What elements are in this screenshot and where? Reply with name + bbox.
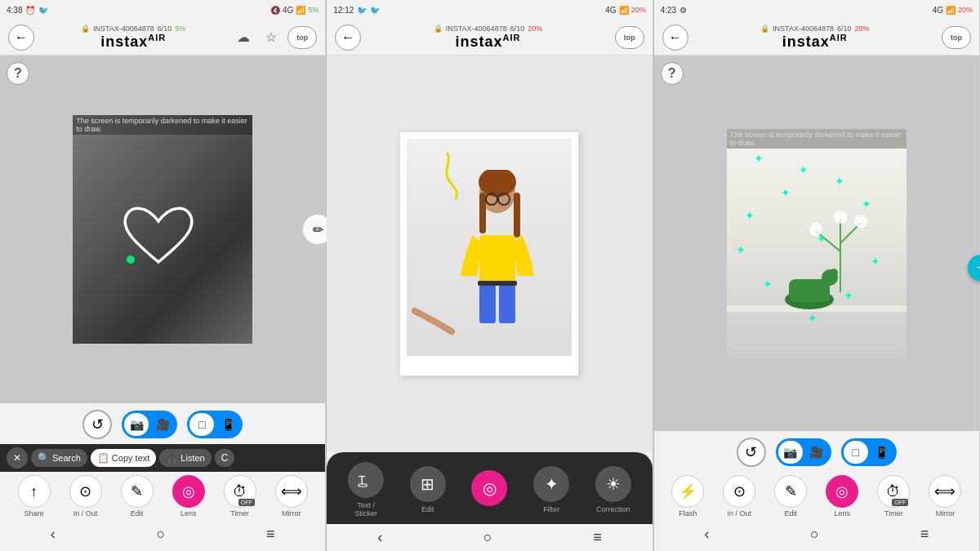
lock-icon-2: 🔒: [434, 24, 443, 33]
nav-right-1: ☁ ☆ top: [232, 26, 317, 49]
svg-rect-5: [479, 282, 496, 323]
timer-label-3: Timer: [884, 509, 903, 518]
photo-mode-btn[interactable]: 📷: [124, 413, 149, 436]
edit-tool-2[interactable]: ⊞ Edit: [410, 466, 446, 513]
filter-tool-2[interactable]: ✦ Filter: [533, 466, 569, 513]
listen-chip[interactable]: 🎧 Listen: [159, 449, 211, 467]
help-button-1[interactable]: ?: [7, 62, 29, 85]
top-button-3[interactable]: top: [942, 26, 971, 49]
nav-menu-btn-3[interactable]: ≡: [920, 526, 929, 543]
edit-tool-1[interactable]: ✎ Edit: [121, 475, 154, 518]
timer-tool-3[interactable]: ⏱ OFF Timer: [877, 475, 910, 518]
edit-label-2: Edit: [421, 505, 434, 513]
video-mode-btn[interactable]: 🎥: [150, 413, 175, 436]
panel-1: 4:38 ⏰ 🐦 🔇 4G 📶 5% ← 🔒 INSTAX-40064878 6…: [0, 0, 326, 551]
display-mode-btn2[interactable]: 📱: [216, 413, 240, 436]
nav-back-btn-3[interactable]: ‹: [704, 526, 709, 543]
photo-area-1: ? The screen is temporarily darkened to …: [0, 56, 325, 403]
nav-home-btn-2[interactable]: ○: [483, 529, 492, 546]
share-tool[interactable]: ↑ Share: [18, 475, 51, 518]
photo-count-3: 6/10: [837, 24, 852, 33]
bottom-curve-2: T Text /Sticker ⊞ Edit ◎ ✦ Filter: [327, 452, 652, 524]
nav-menu-btn-2[interactable]: ≡: [593, 529, 602, 546]
back-button-1[interactable]: ←: [8, 24, 34, 51]
signal-3: 4G: [933, 6, 943, 15]
photo-person-2: [407, 139, 572, 356]
lock-icon-1: 🔒: [81, 24, 90, 33]
display-mode-btn1[interactable]: □: [189, 413, 214, 436]
mirror-tool-3[interactable]: ⟺ Mirror: [929, 475, 961, 518]
battery-3: 20%: [958, 6, 973, 14]
help-button-3[interactable]: ?: [661, 62, 684, 85]
nav-right-2: top: [615, 26, 644, 49]
photo-area-3: ? The screen is temporarily darkened to …: [654, 56, 979, 431]
device-id-1: INSTAX-40064878: [93, 24, 154, 33]
battery-1: 5%: [308, 6, 318, 14]
nav-home-btn-3[interactable]: ○: [810, 526, 819, 543]
text-sticker-tool[interactable]: T Text /Sticker: [348, 462, 384, 518]
nav-back-btn-1[interactable]: ‹: [51, 526, 56, 543]
plant: [808, 202, 873, 300]
copy-chip-label: Copy text: [112, 453, 149, 463]
device-id-3: INSTAX-40064878: [773, 24, 834, 33]
wifi-icon-3: 📶: [946, 6, 956, 15]
flash-tool-3[interactable]: ⚡ Flash: [671, 475, 704, 518]
listen-chip-label: Listen: [180, 453, 204, 463]
panel-3: 4:23 ⚙ 4G 📶 20% ← 🔒 INSTAX-40064878 6/10…: [654, 0, 980, 551]
photo-count-2: 6/10: [510, 24, 525, 33]
camera-toggle-1: 📷 🎥: [122, 411, 177, 438]
nav-back-btn-2[interactable]: ‹: [377, 529, 382, 546]
display-mode-btn3a[interactable]: □: [844, 441, 868, 464]
mirror-tool-1[interactable]: ⟺ Mirror: [275, 475, 308, 518]
twitter-icon-3: 🐦: [370, 6, 380, 15]
nav-menu-btn-1[interactable]: ≡: [266, 526, 275, 543]
panel2-tools: T Text /Sticker ⊞ Edit ◎ ✦ Filter: [335, 462, 644, 518]
timer-tool-1[interactable]: ⏱ OFF Timer: [224, 475, 256, 518]
timer-label-1: Timer: [230, 509, 249, 518]
c-chip[interactable]: C: [215, 449, 235, 467]
copy-text-chip[interactable]: 📋 Copy text: [91, 449, 156, 467]
add-fab-3[interactable]: +: [968, 255, 980, 281]
display-toggle-1: □ 📱: [187, 411, 243, 438]
search-chip[interactable]: 🔍 Search: [31, 449, 87, 467]
top-button-1[interactable]: top: [287, 26, 317, 49]
device-id-2: INSTAX-40064878: [446, 24, 507, 33]
close-chips-btn[interactable]: ✕: [7, 447, 28, 469]
top-button-2[interactable]: top: [615, 26, 644, 49]
photo-mode-btn-3[interactable]: 📷: [778, 441, 803, 464]
sparkle-1: ✦: [754, 152, 764, 165]
lens-tool-1[interactable]: ◎ Lens: [172, 475, 205, 518]
time-3: 4:23: [661, 6, 676, 15]
sync-button-3[interactable]: ↺: [737, 438, 766, 467]
sync-button-1[interactable]: ↺: [82, 410, 112, 439]
instax-inner-2: [407, 139, 572, 356]
sparkle-8: ✦: [844, 289, 853, 302]
inout-tool-3[interactable]: ⊙ In / Out: [723, 475, 755, 518]
status-bar-2: 12:12 🐦 🐦 4G 📶 20%: [327, 0, 652, 20]
display-toggle-3: □ 📱: [841, 438, 897, 466]
back-button-3[interactable]: ←: [662, 24, 688, 51]
instax-frame-2: [399, 131, 579, 376]
photo-inner-1: The screen is temporarily darkened to ma…: [73, 115, 252, 344]
edit-tool-3[interactable]: ✎ Edit: [774, 475, 807, 518]
video-mode-btn-3[interactable]: 🎥: [804, 441, 829, 464]
back-arrow-1: ←: [15, 30, 28, 45]
photo-count-1: 6/10: [158, 24, 172, 33]
sparkle-3: ✦: [745, 209, 755, 222]
star-icon-1[interactable]: ☆: [260, 26, 283, 49]
nav-home-bar-1: ‹ ○ ≡: [0, 521, 325, 548]
search-chip-label: Search: [52, 453, 81, 463]
sparkle-11: ✦: [817, 232, 826, 245]
correction-tool-2[interactable]: ☀ Correction: [595, 466, 631, 513]
app-title-1: instaxAIR: [100, 33, 166, 51]
lens-tool-2[interactable]: ◎: [471, 470, 507, 509]
display-mode-btn3b[interactable]: 📱: [870, 441, 894, 464]
back-arrow-2: ←: [341, 30, 354, 45]
lens-tool-3[interactable]: ◎ Lens: [826, 475, 858, 518]
cloud-icon-1[interactable]: ☁: [232, 26, 255, 49]
photo-frame-3: The screen is temporarily darkened to ma…: [727, 129, 906, 358]
top-nav-2: ← 🔒 INSTAX-40064878 6/10 20% instaxAIR t…: [327, 20, 652, 56]
nav-home-btn-1[interactable]: ○: [156, 526, 165, 543]
inout-tool-1[interactable]: ⊙ In / Out: [69, 475, 102, 518]
back-button-2[interactable]: ←: [335, 24, 361, 51]
